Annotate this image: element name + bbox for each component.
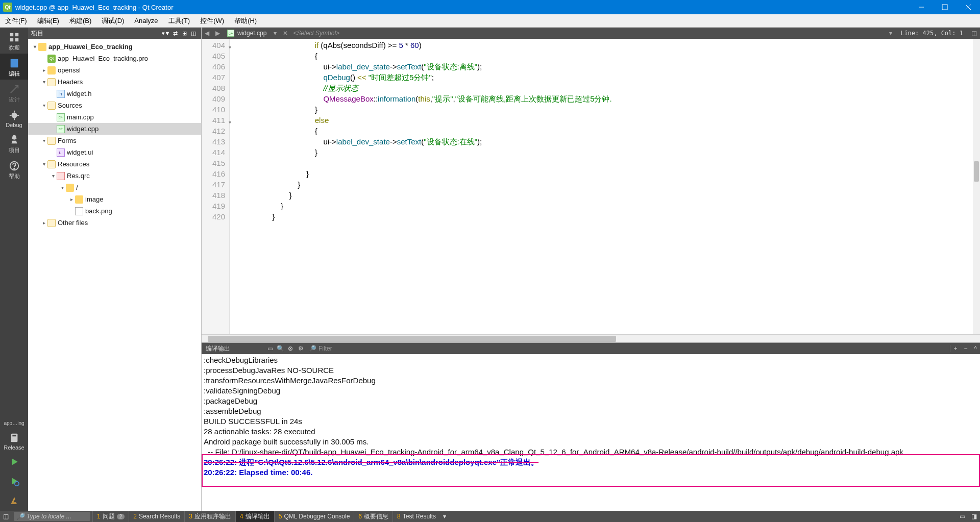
output-filter[interactable]: 🔎 Filter xyxy=(306,345,950,352)
cpp-icon: c+ xyxy=(57,125,65,133)
line-col-indicator[interactable]: Line: 425, Col: 1 xyxy=(895,30,968,37)
split-editor-icon[interactable]: ◫ xyxy=(968,30,980,37)
filter-icon[interactable]: ▾▼ xyxy=(161,30,170,37)
chevron-icon[interactable]: ▾ xyxy=(40,161,47,167)
chevron-icon[interactable]: ▸ xyxy=(40,67,47,73)
svg-rect-4 xyxy=(10,33,13,36)
menu-item[interactable]: 编辑(E) xyxy=(32,14,64,27)
tree-label: app_Huawei_Eco_tracking.pro xyxy=(58,55,148,62)
right-sidebar-icon[interactable]: ◨ xyxy=(968,511,980,522)
mode-help[interactable]: 帮助 xyxy=(0,156,28,182)
menu-item[interactable]: 调试(D) xyxy=(96,14,129,27)
output-zoom-icon[interactable]: 🔍 xyxy=(275,345,285,352)
status-tab[interactable]: 8 Test Results xyxy=(393,511,440,522)
status-more-icon[interactable]: ▾ xyxy=(440,511,449,522)
tab-close-icon[interactable]: ✕ xyxy=(283,30,288,37)
build-button[interactable] xyxy=(8,491,20,511)
menu-item[interactable]: 构建(B) xyxy=(64,14,96,27)
tree-label: openssl xyxy=(58,66,81,74)
project-tree[interactable]: ▾app_Huawei_Eco_trackingQtapp_Huawei_Eco… xyxy=(28,39,201,511)
add-icon[interactable]: ⊞ xyxy=(180,30,189,37)
locator-input[interactable]: 🔎 Type to locate ... xyxy=(14,512,90,521)
line-gutter[interactable]: 404▾405406407408409410411▾41241341441541… xyxy=(202,39,230,334)
output-up-icon[interactable]: ^ xyxy=(971,345,980,352)
svg-point-18 xyxy=(14,482,18,486)
output-settings-icon[interactable]: ⚙ xyxy=(296,345,306,352)
code-editor[interactable]: 404▾405406407408409410411▾41241341441541… xyxy=(202,39,980,334)
chevron-icon[interactable]: ▸ xyxy=(68,196,75,202)
mode-debug[interactable]: Debug xyxy=(0,106,28,130)
mode-debug-label: Debug xyxy=(6,122,22,128)
build-config[interactable]: Release xyxy=(0,428,28,453)
status-tab[interactable]: 1 问题2 xyxy=(92,511,129,522)
menu-item[interactable]: 文件(F) xyxy=(0,14,32,27)
tree-row[interactable]: back.png xyxy=(28,205,201,217)
minimize-button[interactable] xyxy=(910,0,933,14)
menu-item[interactable]: 控件(W) xyxy=(195,14,229,27)
output-body[interactable]: :checkDebugLibraries:processDebugJavaRes… xyxy=(202,354,980,511)
menu-item[interactable]: 帮助(H) xyxy=(229,14,262,27)
chevron-icon[interactable]: ▸ xyxy=(40,220,47,226)
status-tab[interactable]: 6 概要信息 xyxy=(354,511,393,522)
symbol-selector[interactable]: <Select Symbol> xyxy=(288,30,886,37)
project-panel-title: 项目 xyxy=(31,29,161,38)
tree-row[interactable]: ▾Resources xyxy=(28,158,201,170)
editor-vscroll[interactable] xyxy=(973,39,980,334)
code-body[interactable]: if (qAbs(secondsDiff) >= 5 * 60) { ui->l… xyxy=(230,39,980,334)
chevron-icon[interactable]: ▾ xyxy=(40,138,47,143)
nav-back-icon[interactable]: ◀ xyxy=(202,30,212,37)
status-tab[interactable]: 5 QML Debugger Console xyxy=(274,511,354,522)
tree-row[interactable]: ▸Other files xyxy=(28,217,201,229)
tree-row[interactable]: Qtapp_Huawei_Eco_tracking.pro xyxy=(28,53,201,64)
tree-row[interactable]: ▾Res.qrc xyxy=(28,170,201,182)
mode-edit[interactable]: 编辑 xyxy=(0,54,28,80)
split-icon[interactable]: ◫ xyxy=(189,30,198,37)
tree-row[interactable]: ▸openssl xyxy=(28,64,201,76)
tree-label: Sources xyxy=(58,102,82,109)
tree-row[interactable]: ▾/ xyxy=(28,182,201,193)
chevron-icon[interactable]: ▾ xyxy=(40,79,47,85)
status-tab[interactable]: 3 应用程序输出 xyxy=(184,511,235,522)
output-zoomout-icon[interactable]: − xyxy=(961,345,971,352)
output-line: 20:26:22: Elapsed time: 00:46. xyxy=(204,467,978,478)
symbol-dropdown-icon[interactable]: ▾ xyxy=(886,30,895,37)
chevron-icon[interactable]: ▾ xyxy=(40,103,47,108)
close-button[interactable] xyxy=(957,0,980,14)
sidebar-toggle-icon[interactable]: ◫ xyxy=(0,511,12,522)
output-collapse-icon[interactable]: ▭ xyxy=(265,345,275,352)
status-tab[interactable]: 2 Search Results xyxy=(129,511,184,522)
tree-row[interactable]: ▾Sources xyxy=(28,100,201,111)
tree-row[interactable]: hwidget.h xyxy=(28,88,201,100)
tree-row[interactable]: c+main.cpp xyxy=(28,111,201,123)
menu-item[interactable]: Analyze xyxy=(129,14,163,27)
nav-fwd-icon[interactable]: ▶ xyxy=(212,30,223,37)
svg-rect-16 xyxy=(11,434,17,442)
menu-item[interactable]: 工具(T) xyxy=(163,14,195,27)
chevron-icon[interactable]: ▾ xyxy=(31,44,38,49)
kit-selector[interactable]: app…ing xyxy=(3,418,25,428)
run-button[interactable] xyxy=(8,453,20,472)
tree-row[interactable]: ▸image xyxy=(28,193,201,205)
mode-projects[interactable]: 项目 xyxy=(0,130,28,156)
maximize-button[interactable] xyxy=(933,0,957,14)
tree-row[interactable]: uiwidget.ui xyxy=(28,146,201,158)
chevron-icon[interactable]: ▾ xyxy=(59,185,66,190)
editor-tab[interactable]: c+ widget.cpp xyxy=(223,28,271,39)
status-tab[interactable]: 4 编译输出 xyxy=(235,511,274,522)
output-clear-icon[interactable]: ⊗ xyxy=(285,345,296,352)
tab-dropdown-icon[interactable]: ▾ xyxy=(271,30,280,37)
chevron-icon[interactable]: ▾ xyxy=(50,173,57,179)
debug-run-button[interactable] xyxy=(8,472,20,491)
editor-hscroll[interactable] xyxy=(202,334,980,342)
title-bar: Qt widget.cpp @ app_Huawei_Eco_tracking … xyxy=(0,0,980,14)
tree-row[interactable]: ▾Headers xyxy=(28,76,201,88)
link-icon[interactable]: ⇄ xyxy=(170,30,180,37)
mode-welcome[interactable]: 欢迎 xyxy=(0,28,28,54)
output-line: :checkDebugLibraries xyxy=(204,355,978,365)
mode-design[interactable]: 设计 xyxy=(0,80,28,106)
tree-row[interactable]: ▾Forms xyxy=(28,135,201,146)
tree-row[interactable]: c+widget.cpp xyxy=(28,123,201,135)
tree-row[interactable]: ▾app_Huawei_Eco_tracking xyxy=(28,41,201,53)
progress-toggle-icon[interactable]: ▭ xyxy=(957,511,968,522)
output-zoomin-icon[interactable]: + xyxy=(950,345,961,352)
